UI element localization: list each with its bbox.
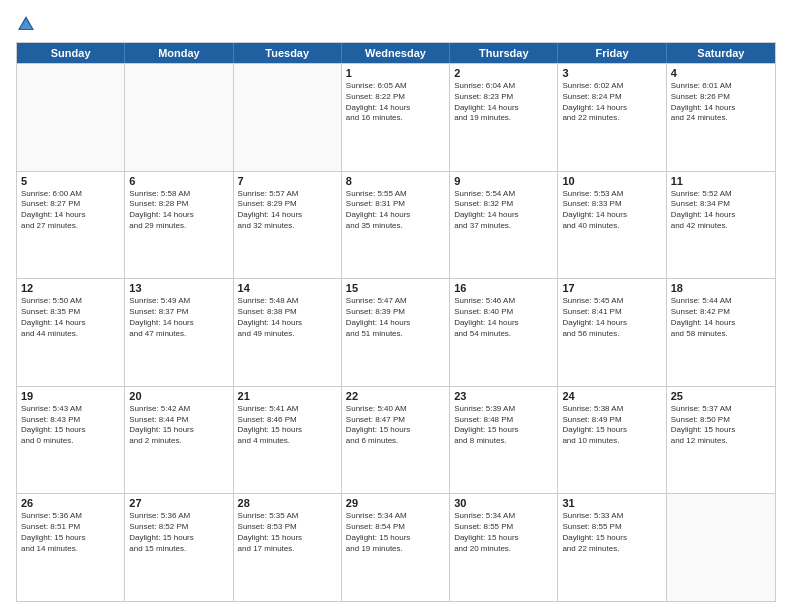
cell-day-number: 12	[21, 282, 120, 294]
header-day-monday: Monday	[125, 43, 233, 63]
cell-day-number: 21	[238, 390, 337, 402]
calendar-cell-26: 26Sunrise: 5:36 AM Sunset: 8:51 PM Dayli…	[17, 494, 125, 601]
logo-icon	[16, 14, 36, 34]
cell-info: Sunrise: 6:00 AM Sunset: 8:27 PM Dayligh…	[21, 189, 120, 232]
calendar-cell-25: 25Sunrise: 5:37 AM Sunset: 8:50 PM Dayli…	[667, 387, 775, 494]
calendar-row-1: 5Sunrise: 6:00 AM Sunset: 8:27 PM Daylig…	[17, 171, 775, 279]
calendar-row-0: 1Sunrise: 6:05 AM Sunset: 8:22 PM Daylig…	[17, 63, 775, 171]
cell-day-number: 3	[562, 67, 661, 79]
cell-info: Sunrise: 6:01 AM Sunset: 8:26 PM Dayligh…	[671, 81, 771, 124]
cell-day-number: 4	[671, 67, 771, 79]
calendar-row-3: 19Sunrise: 5:43 AM Sunset: 8:43 PM Dayli…	[17, 386, 775, 494]
calendar-cell-12: 12Sunrise: 5:50 AM Sunset: 8:35 PM Dayli…	[17, 279, 125, 386]
cell-info: Sunrise: 5:52 AM Sunset: 8:34 PM Dayligh…	[671, 189, 771, 232]
cell-day-number: 1	[346, 67, 445, 79]
cell-info: Sunrise: 5:57 AM Sunset: 8:29 PM Dayligh…	[238, 189, 337, 232]
calendar-cell-empty-0-2	[234, 64, 342, 171]
header-day-friday: Friday	[558, 43, 666, 63]
cell-day-number: 14	[238, 282, 337, 294]
calendar-cell-15: 15Sunrise: 5:47 AM Sunset: 8:39 PM Dayli…	[342, 279, 450, 386]
calendar-cell-2: 2Sunrise: 6:04 AM Sunset: 8:23 PM Daylig…	[450, 64, 558, 171]
calendar-cell-29: 29Sunrise: 5:34 AM Sunset: 8:54 PM Dayli…	[342, 494, 450, 601]
calendar-cell-14: 14Sunrise: 5:48 AM Sunset: 8:38 PM Dayli…	[234, 279, 342, 386]
cell-day-number: 20	[129, 390, 228, 402]
calendar-cell-11: 11Sunrise: 5:52 AM Sunset: 8:34 PM Dayli…	[667, 172, 775, 279]
cell-day-number: 10	[562, 175, 661, 187]
cell-day-number: 17	[562, 282, 661, 294]
calendar-cell-4: 4Sunrise: 6:01 AM Sunset: 8:26 PM Daylig…	[667, 64, 775, 171]
cell-day-number: 26	[21, 497, 120, 509]
logo	[16, 12, 41, 34]
cell-info: Sunrise: 5:40 AM Sunset: 8:47 PM Dayligh…	[346, 404, 445, 447]
cell-info: Sunrise: 5:48 AM Sunset: 8:38 PM Dayligh…	[238, 296, 337, 339]
calendar-cell-3: 3Sunrise: 6:02 AM Sunset: 8:24 PM Daylig…	[558, 64, 666, 171]
calendar-cell-18: 18Sunrise: 5:44 AM Sunset: 8:42 PM Dayli…	[667, 279, 775, 386]
cell-day-number: 19	[21, 390, 120, 402]
calendar-cell-10: 10Sunrise: 5:53 AM Sunset: 8:33 PM Dayli…	[558, 172, 666, 279]
cell-day-number: 24	[562, 390, 661, 402]
cell-info: Sunrise: 5:35 AM Sunset: 8:53 PM Dayligh…	[238, 511, 337, 554]
calendar-cell-5: 5Sunrise: 6:00 AM Sunset: 8:27 PM Daylig…	[17, 172, 125, 279]
calendar-header: SundayMondayTuesdayWednesdayThursdayFrid…	[17, 43, 775, 63]
calendar: SundayMondayTuesdayWednesdayThursdayFrid…	[16, 42, 776, 602]
calendar-cell-20: 20Sunrise: 5:42 AM Sunset: 8:44 PM Dayli…	[125, 387, 233, 494]
cell-day-number: 5	[21, 175, 120, 187]
cell-day-number: 6	[129, 175, 228, 187]
cell-info: Sunrise: 5:43 AM Sunset: 8:43 PM Dayligh…	[21, 404, 120, 447]
calendar-cell-16: 16Sunrise: 5:46 AM Sunset: 8:40 PM Dayli…	[450, 279, 558, 386]
cell-day-number: 29	[346, 497, 445, 509]
header-day-thursday: Thursday	[450, 43, 558, 63]
cell-info: Sunrise: 5:41 AM Sunset: 8:46 PM Dayligh…	[238, 404, 337, 447]
cell-day-number: 15	[346, 282, 445, 294]
cell-day-number: 25	[671, 390, 771, 402]
calendar-cell-empty-4-6	[667, 494, 775, 601]
cell-day-number: 23	[454, 390, 553, 402]
cell-day-number: 13	[129, 282, 228, 294]
calendar-body: 1Sunrise: 6:05 AM Sunset: 8:22 PM Daylig…	[17, 63, 775, 601]
calendar-cell-empty-0-0	[17, 64, 125, 171]
cell-info: Sunrise: 5:34 AM Sunset: 8:54 PM Dayligh…	[346, 511, 445, 554]
cell-info: Sunrise: 5:58 AM Sunset: 8:28 PM Dayligh…	[129, 189, 228, 232]
calendar-cell-6: 6Sunrise: 5:58 AM Sunset: 8:28 PM Daylig…	[125, 172, 233, 279]
cell-day-number: 22	[346, 390, 445, 402]
calendar-cell-23: 23Sunrise: 5:39 AM Sunset: 8:48 PM Dayli…	[450, 387, 558, 494]
cell-day-number: 31	[562, 497, 661, 509]
header-day-saturday: Saturday	[667, 43, 775, 63]
cell-info: Sunrise: 5:55 AM Sunset: 8:31 PM Dayligh…	[346, 189, 445, 232]
cell-info: Sunrise: 5:44 AM Sunset: 8:42 PM Dayligh…	[671, 296, 771, 339]
cell-info: Sunrise: 5:54 AM Sunset: 8:32 PM Dayligh…	[454, 189, 553, 232]
cell-info: Sunrise: 6:02 AM Sunset: 8:24 PM Dayligh…	[562, 81, 661, 124]
cell-info: Sunrise: 5:45 AM Sunset: 8:41 PM Dayligh…	[562, 296, 661, 339]
cell-day-number: 18	[671, 282, 771, 294]
header-day-tuesday: Tuesday	[234, 43, 342, 63]
cell-info: Sunrise: 5:39 AM Sunset: 8:48 PM Dayligh…	[454, 404, 553, 447]
cell-day-number: 2	[454, 67, 553, 79]
cell-info: Sunrise: 5:42 AM Sunset: 8:44 PM Dayligh…	[129, 404, 228, 447]
calendar-cell-empty-0-1	[125, 64, 233, 171]
cell-info: Sunrise: 6:05 AM Sunset: 8:22 PM Dayligh…	[346, 81, 445, 124]
cell-info: Sunrise: 5:34 AM Sunset: 8:55 PM Dayligh…	[454, 511, 553, 554]
cell-info: Sunrise: 5:36 AM Sunset: 8:51 PM Dayligh…	[21, 511, 120, 554]
cell-info: Sunrise: 6:04 AM Sunset: 8:23 PM Dayligh…	[454, 81, 553, 124]
calendar-cell-13: 13Sunrise: 5:49 AM Sunset: 8:37 PM Dayli…	[125, 279, 233, 386]
calendar-cell-21: 21Sunrise: 5:41 AM Sunset: 8:46 PM Dayli…	[234, 387, 342, 494]
cell-day-number: 11	[671, 175, 771, 187]
cell-info: Sunrise: 5:33 AM Sunset: 8:55 PM Dayligh…	[562, 511, 661, 554]
header-day-wednesday: Wednesday	[342, 43, 450, 63]
cell-info: Sunrise: 5:50 AM Sunset: 8:35 PM Dayligh…	[21, 296, 120, 339]
cell-day-number: 9	[454, 175, 553, 187]
calendar-row-4: 26Sunrise: 5:36 AM Sunset: 8:51 PM Dayli…	[17, 493, 775, 601]
calendar-cell-27: 27Sunrise: 5:36 AM Sunset: 8:52 PM Dayli…	[125, 494, 233, 601]
cell-day-number: 30	[454, 497, 553, 509]
calendar-row-2: 12Sunrise: 5:50 AM Sunset: 8:35 PM Dayli…	[17, 278, 775, 386]
calendar-cell-8: 8Sunrise: 5:55 AM Sunset: 8:31 PM Daylig…	[342, 172, 450, 279]
cell-day-number: 16	[454, 282, 553, 294]
cell-info: Sunrise: 5:47 AM Sunset: 8:39 PM Dayligh…	[346, 296, 445, 339]
calendar-cell-19: 19Sunrise: 5:43 AM Sunset: 8:43 PM Dayli…	[17, 387, 125, 494]
header	[16, 12, 776, 34]
cell-info: Sunrise: 5:53 AM Sunset: 8:33 PM Dayligh…	[562, 189, 661, 232]
cell-info: Sunrise: 5:38 AM Sunset: 8:49 PM Dayligh…	[562, 404, 661, 447]
calendar-cell-31: 31Sunrise: 5:33 AM Sunset: 8:55 PM Dayli…	[558, 494, 666, 601]
cell-day-number: 27	[129, 497, 228, 509]
cell-day-number: 28	[238, 497, 337, 509]
